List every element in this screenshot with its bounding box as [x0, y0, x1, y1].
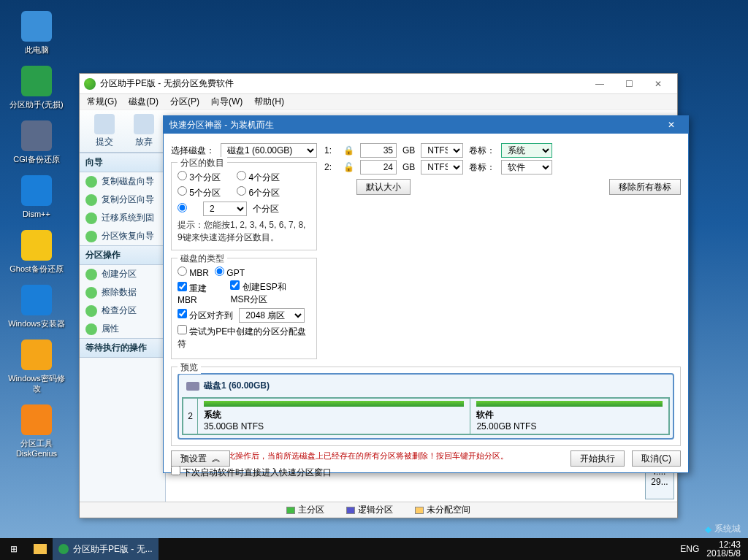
panel-item[interactable]: 分区恢复向导: [80, 227, 165, 245]
menu-item[interactable]: 帮助(H): [250, 94, 289, 110]
legend-primary: 主分区: [286, 504, 324, 516]
pending-panel-header[interactable]: 等待执行的操作: [80, 338, 165, 358]
taskbar[interactable]: ⊞ 分区助手PE版 - 无... ENG 12:43 2018/5/8: [0, 538, 748, 560]
fs-select[interactable]: NTFS: [421, 143, 463, 158]
label-select[interactable]: 系统: [501, 143, 552, 158]
desktop-icon[interactable]: Ghost备份还原: [7, 230, 66, 274]
dialog-close-button[interactable]: ✕: [660, 120, 682, 130]
check-rebuild-mbr[interactable]: 重建MBR: [178, 282, 214, 305]
cancel-button[interactable]: 取消(C): [632, 450, 681, 467]
disk-select[interactable]: 磁盘1 (60.00GB): [221, 143, 317, 158]
desktop-icon[interactable]: Windows密码修改: [7, 340, 66, 394]
panel-item[interactable]: 创建分区: [80, 265, 165, 283]
partition-count-legend: 分区的数目: [178, 157, 227, 169]
panel-item[interactable]: 检查分区: [80, 302, 165, 320]
desktop: 此电脑分区助手(无损)CGI备份还原Dism++Ghost备份还原Windows…: [0, 0, 73, 469]
radio-6-parts[interactable]: 6个分区: [237, 186, 280, 199]
main-titlebar[interactable]: 分区助手PE版 - 无损分区免费软件 — ☐ ✕: [80, 74, 677, 94]
desktop-icon[interactable]: Windows安装器: [7, 285, 66, 329]
preview-box: 磁盘1 (60.00GB) 2 系统 35.00GB NTFS 软件 25.00…: [178, 373, 674, 440]
size-input[interactable]: [360, 143, 397, 158]
app-icon: [84, 78, 96, 90]
menu-item[interactable]: 磁盘(D): [124, 94, 163, 110]
desktop-icon[interactable]: 此电脑: [7, 11, 66, 55]
check-pe-letter[interactable]: 尝试为PE中创建的分区分配盘符: [178, 325, 310, 350]
select-disk-label: 选择磁盘：: [171, 145, 215, 157]
panel-item[interactable]: 属性: [80, 320, 165, 338]
status-bar: 主分区 逻辑分区 未分配空间: [80, 502, 677, 518]
legend-unalloc: 未分配空间: [415, 504, 470, 516]
radio-gpt[interactable]: GPT: [215, 266, 245, 278]
preset-button[interactable]: 预设置 ︽: [171, 450, 230, 467]
watermark: ◆系统城: [705, 523, 741, 535]
remove-labels-button[interactable]: 移除所有卷标: [609, 179, 681, 195]
taskbar-explorer[interactable]: [28, 538, 53, 560]
desktop-icon[interactable]: 分区助手(无损): [7, 66, 66, 110]
desktop-icon[interactable]: CGI备份还原: [7, 120, 66, 164]
dialog-title: 快速分区神器 - 为装机而生: [169, 119, 274, 131]
tray-lang[interactable]: ENG: [680, 544, 699, 554]
preview-part-1[interactable]: 系统 35.00GB NTFS: [198, 399, 470, 434]
quick-partition-dialog: 快速分区神器 - 为装机而生 ✕ 选择磁盘： 磁盘1 (60.00GB) 分区的…: [163, 115, 689, 473]
close-button[interactable]: ✕: [644, 75, 673, 93]
desktop-icon[interactable]: 分区工具DiskGenius: [7, 404, 66, 459]
maximize-button[interactable]: ☐: [614, 75, 644, 93]
panel-item[interactable]: 复制磁盘向导: [80, 172, 165, 191]
check-next-launch[interactable]: 下次启动软件时直接进入快速分区窗口: [171, 466, 681, 479]
toolbar-button[interactable]: 放弃: [126, 114, 161, 148]
partition-row: 2: 🔓 GB NTFS 卷标： 软件: [324, 160, 681, 174]
system-tray[interactable]: ENG 12:43 2018/5/8: [680, 540, 748, 558]
toolbar-button[interactable]: 提交: [87, 114, 122, 148]
lock-icon[interactable]: 🔒: [343, 145, 354, 156]
panel-item[interactable]: 复制分区向导: [80, 191, 165, 209]
left-panel: 向导 复制磁盘向导复制分区向导迁移系统到固分区恢复向导 分区操作 创建分区擦除数…: [80, 153, 166, 502]
radio-3-parts[interactable]: 3个分区: [178, 171, 221, 184]
default-size-button[interactable]: 默认大小: [356, 179, 411, 195]
partition-row: 1: 🔒 GB NTFS 卷标： 系统: [324, 143, 681, 158]
align-select[interactable]: 2048 扇区: [239, 308, 305, 323]
legend-logical: 逻辑分区: [346, 504, 393, 516]
desktop-icon[interactable]: Dism++: [7, 175, 66, 219]
unlock-icon[interactable]: 🔓: [343, 162, 354, 172]
radio-custom-parts[interactable]: [178, 203, 187, 215]
radio-4-parts[interactable]: 4个分区: [237, 171, 280, 184]
menu-item[interactable]: 向导(W): [207, 94, 247, 110]
main-title: 分区助手PE版 - 无损分区免费软件: [100, 77, 234, 90]
preview-part-count: 2: [183, 399, 198, 434]
preview-legend: 预览: [178, 361, 201, 374]
ops-panel-header[interactable]: 分区操作: [80, 245, 165, 265]
label-select[interactable]: 软件: [501, 160, 552, 174]
dialog-titlebar[interactable]: 快速分区神器 - 为装机而生 ✕: [164, 116, 688, 134]
start-button[interactable]: 开始执行: [570, 450, 625, 467]
start-button[interactable]: ⊞: [0, 538, 28, 560]
menu-item[interactable]: 常规(G): [83, 94, 121, 110]
custom-count-select[interactable]: 2: [203, 202, 247, 216]
size-input[interactable]: [360, 160, 397, 174]
taskbar-app[interactable]: 分区助手PE版 - 无...: [53, 538, 159, 560]
disk-type-legend: 磁盘的类型: [178, 253, 227, 265]
panel-item[interactable]: 迁移系统到固: [80, 209, 165, 227]
menu-bar: 常规(G)磁盘(D)分区(P)向导(W)帮助(H): [80, 94, 677, 110]
panel-item[interactable]: 擦除数据: [80, 283, 165, 302]
window-buttons: — ☐ ✕: [585, 75, 673, 93]
check-align[interactable]: 分区对齐到: [178, 309, 233, 322]
wizard-panel-header[interactable]: 向导: [80, 153, 165, 172]
radio-mbr[interactable]: MBR: [178, 266, 209, 278]
hint-text: 提示：您能按1, 2, 3, 4, 5, 6, 7, 8, 9键来快速选择分区数…: [178, 219, 310, 244]
preview-disk-title: 磁盘1 (60.00GB): [204, 380, 270, 392]
menu-item[interactable]: 分区(P): [166, 94, 204, 110]
check-create-esp[interactable]: 创建ESP和MSR分区: [230, 280, 300, 306]
tray-date: 2018/5/8: [706, 549, 741, 558]
hdd-icon: [186, 382, 199, 391]
radio-5-parts[interactable]: 5个分区: [178, 186, 221, 199]
minimize-button[interactable]: —: [585, 75, 614, 93]
fs-select[interactable]: NTFS: [421, 160, 463, 174]
preview-part-2[interactable]: 软件 25.00GB NTFS: [470, 399, 668, 434]
